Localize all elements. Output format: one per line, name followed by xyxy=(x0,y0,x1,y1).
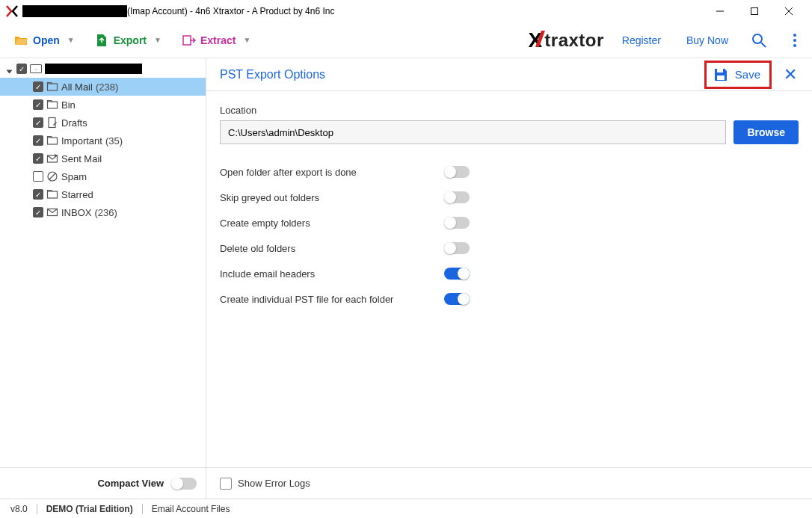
folder-label: Spam xyxy=(61,171,87,182)
show-error-logs-checkbox[interactable] xyxy=(220,478,232,490)
tree-item[interactable]: Sent Mail xyxy=(0,149,206,167)
search-icon[interactable] xyxy=(751,32,767,49)
export-menu-button[interactable]: Export ▼ xyxy=(90,30,166,51)
folder-label: Sent Mail xyxy=(61,153,102,164)
compact-view-toggle[interactable] xyxy=(171,478,197,490)
register-link[interactable]: Register xyxy=(622,34,661,46)
svg-point-5 xyxy=(753,34,762,43)
folder-label: Important xyxy=(61,135,102,147)
folder-tree: All Mail (238)BinDraftsImportant (35)Sen… xyxy=(0,58,206,467)
folder-open-icon xyxy=(13,33,28,48)
folder-icon xyxy=(46,99,58,111)
close-panel-button[interactable]: ✕ xyxy=(782,67,799,83)
option-label: Create empty folders xyxy=(220,218,444,229)
browse-button[interactable]: Browse xyxy=(733,120,799,144)
show-error-logs-label: Show Error Logs xyxy=(238,478,310,489)
folder-count: (35) xyxy=(105,135,123,147)
panel-footer: Show Error Logs xyxy=(206,467,812,499)
location-label: Location xyxy=(220,105,799,116)
svg-rect-4 xyxy=(183,36,191,45)
tree-root-account[interactable] xyxy=(0,60,206,78)
export-file-icon xyxy=(94,33,109,48)
folder-label: Drafts xyxy=(61,117,87,129)
svg-rect-13 xyxy=(48,138,58,144)
tree-item[interactable]: Bin xyxy=(0,96,206,114)
checkbox[interactable] xyxy=(33,171,43,182)
breadcrumb: Email Account Files xyxy=(152,504,230,514)
draft-icon xyxy=(46,117,58,129)
svg-rect-12 xyxy=(49,118,55,128)
panel-header: PST Export Options Save ✕ xyxy=(206,58,812,91)
folder-icon xyxy=(46,188,58,200)
location-input[interactable] xyxy=(220,120,726,144)
title-bar: (Imap Account) - 4n6 Xtraxtor - A Produc… xyxy=(0,0,812,22)
folder-icon xyxy=(46,135,58,147)
option-toggle[interactable] xyxy=(444,191,470,203)
redacted-account-label xyxy=(45,64,142,74)
option-row: Create empty folders xyxy=(220,210,799,235)
option-label: Delete old folders xyxy=(220,243,444,254)
option-toggle[interactable] xyxy=(444,293,470,305)
folder-icon xyxy=(46,81,58,93)
more-menu-icon[interactable] xyxy=(787,32,803,49)
svg-point-9 xyxy=(793,44,796,47)
chevron-down-icon: ▼ xyxy=(67,36,75,44)
minimize-button[interactable] xyxy=(703,0,737,22)
svg-rect-10 xyxy=(48,84,58,90)
tree-item[interactable]: INBOX (236) xyxy=(0,203,206,221)
maximize-button[interactable] xyxy=(737,0,772,22)
extract-label: Extract xyxy=(200,34,236,46)
edition-label: DEMO (Trial Edition) xyxy=(46,504,133,514)
checkbox[interactable] xyxy=(33,207,43,218)
folder-label: INBOX xyxy=(61,207,91,218)
save-button[interactable]: Save xyxy=(704,61,772,89)
checkbox[interactable] xyxy=(33,117,43,128)
chevron-down-icon: ▼ xyxy=(154,36,162,44)
tree-item[interactable]: Spam xyxy=(0,167,206,185)
svg-rect-1 xyxy=(751,7,758,14)
folder-label: Bin xyxy=(61,99,76,111)
window-title: (Imap Account) - 4n6 Xtraxtor - A Produc… xyxy=(127,6,334,16)
svg-line-6 xyxy=(761,43,766,47)
extract-icon xyxy=(181,33,196,48)
buy-now-link[interactable]: Buy Now xyxy=(686,34,728,46)
save-icon xyxy=(713,67,729,83)
panel-title: PST Export Options xyxy=(220,68,325,81)
option-toggle[interactable] xyxy=(444,242,470,254)
option-label: Include email headers xyxy=(220,268,444,280)
svg-point-7 xyxy=(793,34,796,37)
checkbox[interactable] xyxy=(33,189,43,200)
svg-rect-11 xyxy=(48,102,58,108)
option-label: Create individual PST file for each fold… xyxy=(220,294,444,305)
tree-item[interactable]: All Mail (238) xyxy=(0,78,206,96)
checkbox[interactable] xyxy=(33,99,43,110)
option-toggle[interactable] xyxy=(444,268,470,280)
close-window-button[interactable] xyxy=(772,0,806,22)
tree-item[interactable]: Starred xyxy=(0,185,206,203)
brand-logo: Xtraxtor xyxy=(529,28,604,52)
checkbox[interactable] xyxy=(16,64,27,74)
sent-icon xyxy=(46,152,58,164)
compact-view-label: Compact View xyxy=(97,478,164,489)
folder-count: (238) xyxy=(96,81,118,93)
open-menu-button[interactable]: Open ▼ xyxy=(9,30,79,51)
extract-menu-button[interactable]: Extract ▼ xyxy=(176,30,255,51)
checkbox[interactable] xyxy=(33,81,43,92)
option-label: Open folder after export is done xyxy=(220,167,444,178)
redacted-account-name xyxy=(22,5,127,17)
tree-item[interactable]: Drafts xyxy=(0,114,206,132)
open-label: Open xyxy=(33,34,60,46)
checkbox[interactable] xyxy=(33,153,43,164)
checkbox[interactable] xyxy=(33,135,43,146)
option-row: Skip greyed out folders xyxy=(220,185,799,210)
svg-point-8 xyxy=(793,39,796,42)
expand-toggle-icon[interactable] xyxy=(7,66,13,72)
option-row: Open folder after export is done xyxy=(220,159,799,185)
status-bar: v8.0 DEMO (Trial Edition) Email Account … xyxy=(0,499,812,518)
option-label: Skip greyed out folders xyxy=(220,192,444,203)
inbox-icon xyxy=(46,206,58,218)
svg-rect-19 xyxy=(717,69,723,73)
tree-item[interactable]: Important (35) xyxy=(0,132,206,149)
option-toggle[interactable] xyxy=(444,166,470,178)
option-toggle[interactable] xyxy=(444,217,470,229)
